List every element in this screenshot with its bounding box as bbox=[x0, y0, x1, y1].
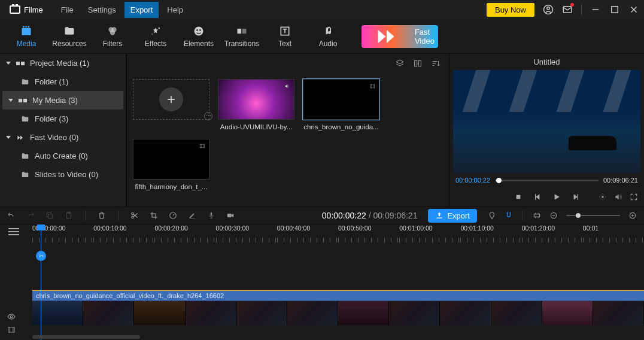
film-icon bbox=[198, 142, 206, 148]
tool-label: Media bbox=[17, 40, 37, 48]
speed-button[interactable] bbox=[169, 211, 177, 220]
color-button[interactable] bbox=[188, 211, 196, 220]
tool-label: Transitions bbox=[224, 40, 259, 48]
marker-icon[interactable] bbox=[488, 211, 496, 220]
svg-rect-30 bbox=[200, 144, 205, 148]
messages-icon[interactable] bbox=[562, 4, 573, 15]
horizontal-scrollbar[interactable] bbox=[32, 335, 140, 339]
prev-frame-button[interactable] bbox=[533, 192, 542, 202]
crop-button[interactable] bbox=[150, 211, 158, 220]
track-film-icon[interactable] bbox=[7, 326, 16, 334]
redo-button[interactable] bbox=[26, 211, 35, 220]
sidebar-folder-3[interactable]: Folder (3) bbox=[0, 110, 126, 128]
svg-rect-9 bbox=[25, 26, 27, 28]
logo-icon bbox=[10, 5, 20, 14]
sidebar-my-media[interactable]: My Media (3) bbox=[2, 91, 123, 110]
media-item-video-1[interactable]: chris_brown_no_guida... bbox=[303, 79, 379, 130]
paste-button[interactable] bbox=[65, 211, 73, 220]
fullscreen-icon[interactable] bbox=[630, 193, 638, 201]
minimize-icon[interactable] bbox=[590, 4, 601, 15]
tool-media[interactable]: Media bbox=[5, 23, 48, 50]
zoom-in-icon[interactable] bbox=[628, 211, 637, 220]
playhead[interactable]: ✂ bbox=[41, 224, 41, 340]
tool-text[interactable]: Text bbox=[263, 23, 306, 50]
import-media-button[interactable]: + ⋯ bbox=[133, 79, 209, 130]
menu-file[interactable]: File bbox=[55, 2, 80, 18]
copy-button[interactable] bbox=[45, 211, 54, 220]
clip-title[interactable]: chris_brown_no_guidance_official_video_f… bbox=[32, 290, 644, 301]
media-label: fifth_harmony_don_t_... bbox=[133, 183, 209, 190]
zoom-out-icon[interactable] bbox=[549, 211, 558, 220]
sidebar-label: Folder (1) bbox=[35, 77, 68, 86]
stop-button[interactable] bbox=[514, 192, 523, 202]
next-frame-button[interactable] bbox=[571, 192, 581, 202]
ruler-mark: 00:00:20:00 bbox=[154, 224, 215, 242]
zoom-slider[interactable] bbox=[566, 215, 620, 216]
seek-slider[interactable] bbox=[495, 180, 599, 181]
play-button[interactable] bbox=[552, 192, 561, 202]
menu-settings[interactable]: Settings bbox=[82, 2, 122, 18]
export-button[interactable]: Export bbox=[428, 209, 477, 223]
svg-rect-50 bbox=[8, 327, 15, 332]
snap-icon[interactable] bbox=[505, 211, 513, 220]
tool-label: Resources bbox=[52, 40, 86, 48]
video-content bbox=[569, 136, 616, 150]
ruler-mark: 00:01:00:00 bbox=[399, 224, 460, 242]
tool-resources[interactable]: Resources bbox=[48, 23, 91, 50]
video-clip[interactable] bbox=[32, 301, 644, 325]
media-item-audio[interactable]: Audio-UVUMILIVU-by... bbox=[218, 79, 294, 130]
tool-effects[interactable]: Effects bbox=[134, 23, 177, 50]
undo-button[interactable] bbox=[7, 211, 16, 220]
volume-icon[interactable] bbox=[614, 193, 622, 201]
menu-export[interactable]: Export bbox=[124, 2, 159, 18]
sidebar-label: Slides to Video (0) bbox=[35, 170, 98, 179]
slider-thumb[interactable] bbox=[496, 178, 502, 183]
separator bbox=[85, 210, 86, 221]
tool-audio[interactable]: Audio bbox=[306, 23, 350, 50]
timeline-ruler[interactable]: 00:00:00:00 00:00:10:00 00:00:20:00 00:0… bbox=[0, 224, 644, 242]
record-button[interactable] bbox=[226, 211, 235, 220]
delete-button[interactable] bbox=[98, 211, 106, 220]
account-icon[interactable] bbox=[543, 4, 554, 15]
tool-filters[interactable]: Filters bbox=[91, 23, 134, 50]
svg-rect-23 bbox=[418, 60, 421, 66]
sidebar-slides[interactable]: Slides to Video (0) bbox=[0, 165, 126, 184]
sidebar-auto-create[interactable]: Auto Create (0) bbox=[0, 147, 126, 165]
timeline-time: 00:00:00:22 / 00:09:06:21 bbox=[322, 211, 418, 220]
maximize-icon[interactable] bbox=[609, 4, 620, 15]
close-icon[interactable] bbox=[628, 4, 639, 15]
sidebar-label: Auto Create (0) bbox=[35, 151, 88, 160]
playhead-marker[interactable] bbox=[37, 224, 45, 230]
menu-help[interactable]: Help bbox=[161, 2, 189, 18]
sidebar-label: Project Media (1) bbox=[30, 59, 89, 68]
sort-icon[interactable] bbox=[431, 59, 441, 68]
more-icon[interactable]: ⋯ bbox=[204, 112, 212, 120]
preview-video[interactable] bbox=[453, 70, 640, 173]
fit-icon[interactable] bbox=[533, 211, 541, 220]
columns-icon[interactable] bbox=[413, 59, 423, 68]
sidebar-label: My Media (3) bbox=[32, 96, 78, 105]
separator bbox=[581, 4, 582, 15]
tool-transitions[interactable]: Transitions bbox=[220, 23, 263, 50]
layers-icon[interactable] bbox=[395, 59, 405, 68]
ruler-mark: 00:00:10:00 bbox=[93, 224, 154, 242]
voiceover-button[interactable] bbox=[207, 211, 215, 220]
sidebar-project-media[interactable]: Project Media (1) bbox=[0, 54, 126, 72]
split-playhead-icon[interactable]: ✂ bbox=[36, 251, 46, 261]
buy-now-button[interactable]: Buy Now bbox=[487, 3, 534, 17]
tool-label: Elements bbox=[184, 40, 214, 48]
fast-video-label: Fast Video bbox=[415, 28, 438, 45]
svg-point-34 bbox=[602, 196, 604, 198]
split-button[interactable] bbox=[130, 211, 139, 220]
visibility-icon[interactable] bbox=[7, 312, 16, 321]
media-item-video-2[interactable]: fifth_harmony_don_t_... bbox=[133, 139, 209, 190]
svg-point-18 bbox=[199, 29, 201, 31]
sidebar-fast-video[interactable]: Fast Video (0) bbox=[0, 128, 126, 147]
settings-icon[interactable] bbox=[599, 193, 607, 201]
ruler-mark: 00:00:30:00 bbox=[216, 224, 277, 242]
ruler-mark: 00:01 bbox=[583, 224, 644, 242]
fast-video-button[interactable]: Fast Video bbox=[362, 25, 438, 48]
tool-elements[interactable]: Elements bbox=[177, 23, 220, 50]
svg-rect-4 bbox=[612, 7, 618, 13]
sidebar-folder-1[interactable]: Folder (1) bbox=[0, 72, 126, 91]
